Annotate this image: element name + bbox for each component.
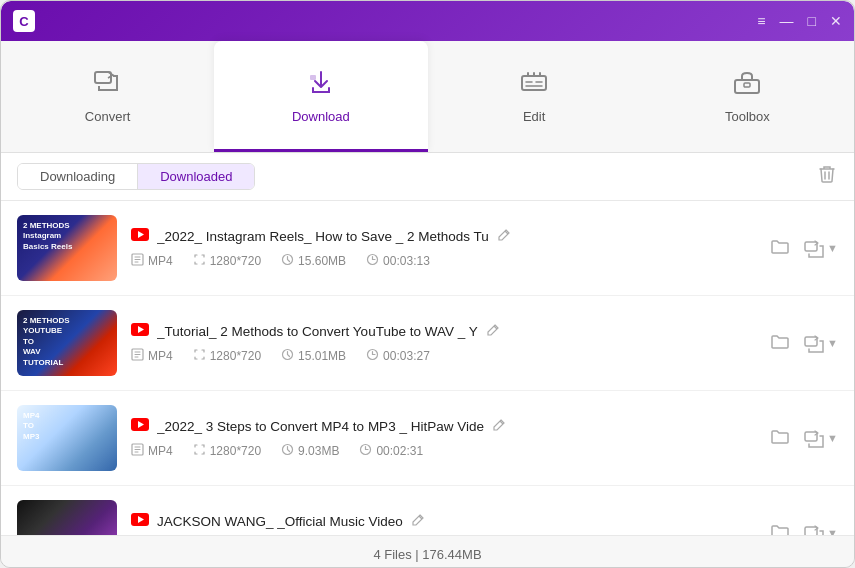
file-title: _2022_ 3 Steps to Convert MP4 to MP3 _ H…	[157, 419, 484, 434]
format-icon	[131, 443, 144, 459]
file-title: _Tutorial_ 2 Methods to Convert YouTube …	[157, 324, 478, 339]
resolution-value: 1280*720	[210, 444, 261, 458]
convert-caret-icon: ▼	[827, 527, 838, 535]
file-list: 2 METHODSInstagramBasics Reels _2022_ In…	[1, 201, 854, 535]
size-value: 9.03MB	[298, 444, 339, 458]
convert-action-button[interactable]: ▼	[803, 427, 838, 449]
meta-duration: 00:03:27	[366, 348, 430, 364]
youtube-icon	[131, 322, 149, 340]
nav-download[interactable]: Download	[214, 41, 427, 152]
format-icon	[131, 253, 144, 269]
duration-value: 00:03:13	[383, 254, 430, 268]
file-thumbnail: MP4TOMP3	[17, 405, 117, 471]
file-actions: ▼	[765, 516, 838, 536]
file-meta: MP4 1280*720	[131, 348, 751, 364]
nav-bar: Convert Download Edit	[1, 41, 854, 153]
format-value: MP4	[148, 444, 173, 458]
svg-rect-1	[310, 75, 316, 80]
status-text: 4 Files | 176.44MB	[373, 547, 481, 562]
file-title-row: JACKSON WANG_ _Official Music Video	[131, 512, 751, 530]
youtube-icon	[131, 227, 149, 245]
title-bar: C ≡ — □ ✕	[1, 1, 854, 41]
app-logo: C	[13, 10, 35, 32]
file-title: _2022_ Instagram Reels_ How to Save _ 2 …	[157, 229, 489, 244]
thumb-label: 2 METHODSYOUTUBETOWAVTUTORIAL	[23, 316, 70, 368]
convert-label: Convert	[85, 109, 131, 124]
duration-icon	[366, 348, 379, 364]
edit-pencil-icon[interactable]	[486, 323, 500, 340]
resolution-icon	[193, 443, 206, 459]
menu-btn[interactable]: ≡	[757, 14, 765, 28]
file-actions: ▼	[765, 231, 838, 266]
file-info: _2022_ 3 Steps to Convert MP4 to MP3 _ H…	[131, 417, 751, 459]
svg-rect-10	[805, 242, 817, 251]
nav-edit[interactable]: Edit	[428, 41, 641, 152]
meta-size: 15.60MB	[281, 253, 346, 269]
toolbox-icon	[731, 66, 763, 103]
convert-action-button[interactable]: ▼	[803, 237, 838, 259]
download-icon	[305, 66, 337, 103]
file-title-row: _Tutorial_ 2 Methods to Convert YouTube …	[131, 322, 751, 340]
youtube-icon	[131, 512, 149, 530]
trash-button[interactable]	[816, 163, 838, 190]
resolution-value: 1280*720	[210, 349, 261, 363]
file-title-row: _2022_ 3 Steps to Convert MP4 to MP3 _ H…	[131, 417, 751, 435]
file-title: JACKSON WANG_ _Official Music Video	[157, 514, 403, 529]
tab-downloading[interactable]: Downloading	[18, 164, 138, 189]
duration-icon	[359, 443, 372, 459]
minimize-btn[interactable]: —	[780, 14, 794, 28]
nav-toolbox[interactable]: Toolbox	[641, 41, 854, 152]
meta-resolution: 1280*720	[193, 253, 261, 269]
duration-value: 00:03:27	[383, 349, 430, 363]
convert-action-button[interactable]: ▼	[803, 332, 838, 354]
file-item-2: 2 METHODSYOUTUBETOWAVTUTORIAL _Tutorial_…	[1, 296, 854, 391]
close-btn[interactable]: ✕	[830, 14, 842, 28]
meta-resolution: 1280*720	[193, 348, 261, 364]
file-info: _2022_ Instagram Reels_ How to Save _ 2 …	[131, 227, 751, 269]
meta-format: MP4	[131, 253, 173, 269]
edit-pencil-icon[interactable]	[492, 418, 506, 435]
sub-bar: Downloading Downloaded	[1, 153, 854, 201]
resolution-icon	[193, 253, 206, 269]
file-thumbnail: 2 METHODSInstagramBasics Reels	[17, 215, 117, 281]
meta-size: 9.03MB	[281, 443, 339, 459]
svg-rect-16	[805, 337, 817, 346]
file-actions: ▼	[765, 326, 838, 361]
thumb-label: 2 METHODSInstagramBasics Reels	[23, 221, 72, 252]
meta-format: MP4	[131, 443, 173, 459]
maximize-btn[interactable]: □	[808, 14, 816, 28]
size-value: 15.01MB	[298, 349, 346, 363]
file-thumbnail: 2 METHODSYOUTUBETOWAVTUTORIAL	[17, 310, 117, 376]
file-info: _Tutorial_ 2 Methods to Convert YouTube …	[131, 322, 751, 364]
tab-downloaded[interactable]: Downloaded	[138, 164, 254, 189]
convert-action-button[interactable]: ▼	[803, 522, 838, 535]
file-actions: ▼	[765, 421, 838, 456]
meta-resolution: 1280*720	[193, 443, 261, 459]
convert-caret-icon: ▼	[827, 242, 838, 254]
convert-icon	[92, 66, 124, 103]
edit-pencil-icon[interactable]	[497, 228, 511, 245]
svg-rect-22	[805, 432, 817, 441]
open-folder-button[interactable]	[765, 516, 795, 536]
open-folder-button[interactable]	[765, 326, 795, 361]
format-value: MP4	[148, 349, 173, 363]
file-thumbnail	[17, 500, 117, 535]
edit-pencil-icon[interactable]	[411, 513, 425, 530]
edit-label: Edit	[523, 109, 545, 124]
open-folder-button[interactable]	[765, 231, 795, 266]
nav-convert[interactable]: Convert	[1, 41, 214, 152]
format-icon	[131, 348, 144, 364]
resolution-value: 1280*720	[210, 254, 261, 268]
meta-format: MP4	[131, 348, 173, 364]
file-item-3: MP4TOMP3 _2022_ 3 Steps to Convert MP4 t…	[1, 391, 854, 486]
youtube-icon	[131, 417, 149, 435]
window-controls[interactable]: ≡ — □ ✕	[757, 14, 842, 28]
convert-caret-icon: ▼	[827, 432, 838, 444]
file-meta: MP4 1280*720	[131, 443, 751, 459]
meta-duration: 00:03:13	[366, 253, 430, 269]
open-folder-button[interactable]	[765, 421, 795, 456]
toolbox-label: Toolbox	[725, 109, 770, 124]
size-icon	[281, 253, 294, 269]
size-icon	[281, 443, 294, 459]
sub-tabs: Downloading Downloaded	[17, 163, 255, 190]
